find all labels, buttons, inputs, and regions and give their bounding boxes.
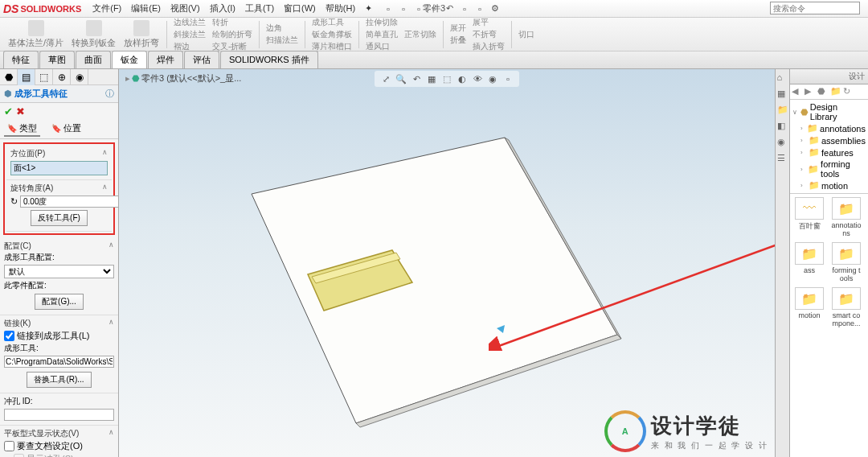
help-icon[interactable]: ⓘ <box>105 88 114 100</box>
angle-icon: ↻ <box>10 196 18 207</box>
menu-insert[interactable]: 插入(I) <box>205 1 240 16</box>
tab-weldment[interactable]: 焊件 <box>148 51 183 68</box>
dl-item[interactable]: 📁ass <box>793 242 825 282</box>
dl-refresh-icon[interactable]: ↻ <box>843 86 854 97</box>
dl-folder[interactable]: ›📁motion <box>792 179 866 191</box>
subtab-type[interactable]: 🔖 类型 <box>4 121 40 137</box>
dl-folder[interactable]: ›📁features <box>792 146 866 159</box>
config-select[interactable]: 默认 <box>4 265 114 278</box>
rib-rip[interactable]: 切口 <box>516 29 537 40</box>
tab-surface[interactable]: 曲面 <box>76 51 111 68</box>
tab-sketch[interactable]: 草图 <box>39 51 75 68</box>
search-input[interactable] <box>770 2 860 14</box>
rib-convert[interactable]: 转换到钣金 <box>68 19 119 50</box>
chk-override[interactable] <box>4 441 14 451</box>
qat-rebuild-icon[interactable]: ▫ <box>473 2 486 15</box>
dl-new-icon[interactable]: 📁 <box>830 86 841 97</box>
rib-gusset[interactable]: 钣金角撑板 <box>309 29 354 40</box>
link-checkbox[interactable] <box>4 331 14 341</box>
dl-folder[interactable]: ›📁forming tools <box>792 159 866 179</box>
dl-tree: ∨⬣Design Library ›📁annotations ›📁assembl… <box>790 100 868 194</box>
rotation-input[interactable] <box>20 196 119 208</box>
dl-folder[interactable]: ›📁annotations <box>792 122 866 134</box>
dl-root[interactable]: ∨⬣Design Library <box>792 101 866 122</box>
sec-flat[interactable]: 平板型式显示状态(V) <box>4 428 114 439</box>
sec-config[interactable]: 配置(C) <box>4 241 114 252</box>
rib-swept[interactable]: 扫描法兰 <box>264 35 301 46</box>
punch-id-input[interactable] <box>4 409 114 421</box>
ribbon: 基体法兰/薄片 转换到钣金 放样折弯 边线法兰斜接法兰褶边 转折绘制的折弯交叉-… <box>0 18 868 51</box>
dl-item[interactable]: 📁forming tools <box>830 242 862 282</box>
rib-cut[interactable]: 拉伸切除 <box>363 17 400 28</box>
sec-placement[interactable]: 方位面(P) <box>10 148 108 159</box>
rib-corner[interactable]: 边角 <box>264 23 301 34</box>
dl-folder[interactable]: ›📁assemblies <box>792 134 866 146</box>
rib-sketched-bend[interactable]: 绘制的折弯 <box>210 29 255 40</box>
rib-vent[interactable]: 通风口 <box>363 41 400 52</box>
tab-sheetmetal[interactable]: 钣金 <box>112 51 147 68</box>
dl-back-icon[interactable]: ◀ <box>792 86 803 97</box>
tab-evaluate[interactable]: 评估 <box>184 51 219 68</box>
rail-prop-icon[interactable]: ☰ <box>777 153 788 164</box>
tab-features[interactable]: 特征 <box>3 51 39 68</box>
pp-tab-config-icon[interactable]: ⬚ <box>35 69 53 85</box>
menu-view[interactable]: 视图(V) <box>166 1 205 16</box>
rib-hole[interactable]: 简单直孔 <box>363 29 400 40</box>
rail-appear-icon[interactable]: ◉ <box>777 137 788 148</box>
qat-new-icon[interactable]: ▫ <box>382 2 395 15</box>
dl-item[interactable]: 📁motion <box>793 287 825 327</box>
graphics-viewport[interactable]: ▸ ⬣ 零件3 (默认<<默认>_显... ⤢ 🔍 ↶ ▦ ⬚ ◐ 👁 ◉ ▫ <box>119 69 775 457</box>
menu-file[interactable]: 文件(F) <box>88 1 126 16</box>
rail-home-icon[interactable]: ⌂ <box>777 72 788 84</box>
dl-add-icon[interactable]: ⬣ <box>817 86 829 97</box>
dl-item-louver[interactable]: 〰百叶窗 <box>793 197 825 237</box>
pp-tab-property-icon[interactable]: ▤ <box>18 69 35 85</box>
rib-unfold[interactable]: 展开 <box>448 23 469 34</box>
qat-redo-icon[interactable]: ▫ <box>458 2 471 15</box>
dl-item[interactable]: 📁annotations <box>830 197 862 237</box>
rib-miter[interactable]: 斜接法兰 <box>171 29 208 40</box>
rib-edge-flange[interactable]: 边线法兰 <box>171 17 208 28</box>
search-box[interactable] <box>770 2 860 14</box>
rib-insbends[interactable]: 插入折弯 <box>470 41 507 52</box>
menu-edit[interactable]: 编辑(E) <box>126 1 166 16</box>
rib-flatten[interactable]: 展平 <box>470 17 507 28</box>
subtab-position[interactable]: 🔖 位置 <box>48 121 84 137</box>
property-panel: ⬣ ▤ ⬚ ⊕ ◉ ⬢ 成形工具特征 ⓘ ✔ ✖ 🔖 类型 🔖 位置 方位面(P… <box>0 69 119 457</box>
pp-tab-feature-icon[interactable]: ⬣ <box>0 69 18 85</box>
rail-file-icon[interactable]: 📁 <box>777 105 788 116</box>
sheet-metal-part[interactable] <box>119 69 775 455</box>
config-button[interactable]: 配置(G)... <box>35 294 84 310</box>
qat-open-icon[interactable]: ▫ <box>397 2 410 15</box>
rail-view-icon[interactable]: ◧ <box>777 121 788 132</box>
rib-normal-cut[interactable]: 正常切除 <box>402 29 439 40</box>
rib-fold[interactable]: 折叠 <box>448 35 469 46</box>
config-label2: 此零件配置: <box>4 280 114 291</box>
dl-fwd-icon[interactable]: ▶ <box>805 86 816 97</box>
menu-window[interactable]: 窗口(W) <box>279 1 321 16</box>
rib-base-flange[interactable]: 基体法兰/薄片 <box>5 19 67 50</box>
pp-tab-display-icon[interactable]: ◉ <box>71 69 88 85</box>
rib-forming[interactable]: 成形工具 <box>309 17 354 28</box>
qat-options-icon[interactable]: ⚙ <box>489 2 502 15</box>
menu-star[interactable]: ✦ <box>360 2 377 15</box>
menu-help[interactable]: 帮助(H) <box>321 1 360 16</box>
link-path[interactable] <box>4 356 114 368</box>
rail-lib-icon[interactable]: ▦ <box>777 89 788 100</box>
placement-face-field[interactable]: 面<1> <box>10 161 108 175</box>
pp-tab-dim-icon[interactable]: ⊕ <box>53 69 71 85</box>
replace-tool-button[interactable]: 替换工具(R)... <box>27 372 91 388</box>
menu-tools[interactable]: 工具(T) <box>240 1 279 16</box>
sec-link[interactable]: 链接(K) <box>4 318 114 329</box>
tab-addins[interactable]: SOLIDWORKS 插件 <box>220 51 318 68</box>
ok-button[interactable]: ✔ <box>4 105 13 117</box>
rib-jog[interactable]: 转折 <box>210 17 255 28</box>
cancel-button[interactable]: ✖ <box>16 105 25 117</box>
flip-tool-button[interactable]: 反转工具(F) <box>31 210 88 226</box>
app-logo: DSSOLIDWORKS <box>3 2 81 15</box>
design-library-panel: 设计 ◀ ▶ ⬣ 📁 ↻ ∨⬣Design Library ›📁annotati… <box>789 69 868 457</box>
rib-nobends[interactable]: 不折弯 <box>470 29 507 40</box>
dl-item[interactable]: 📁smart compone... <box>830 287 862 327</box>
sec-rotation[interactable]: 旋转角度(A) <box>10 183 108 194</box>
rib-loft[interactable]: 放样折弯 <box>121 19 162 50</box>
